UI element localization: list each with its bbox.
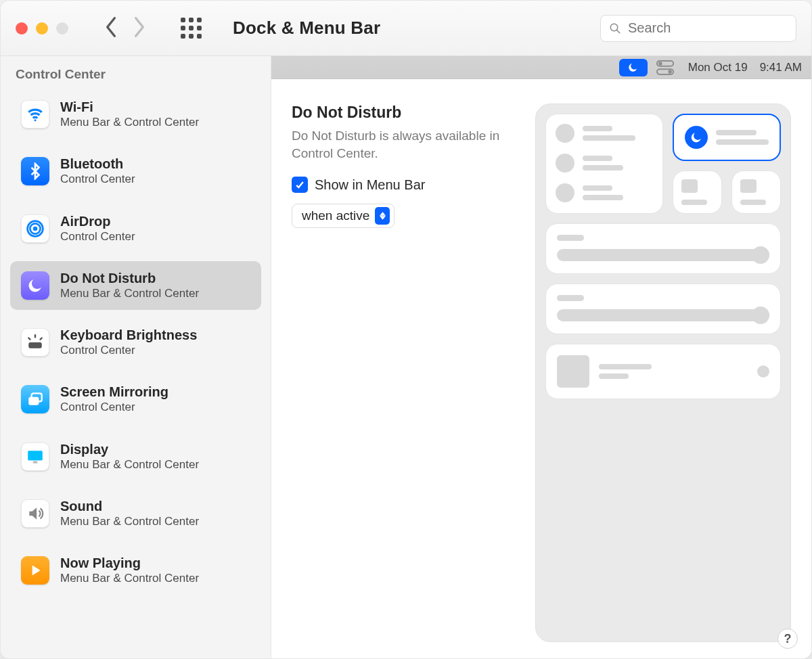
preview-display-slider-card <box>545 223 781 274</box>
menubar-control-center-icon <box>656 60 675 75</box>
sidebar-item-screen-mirroring[interactable]: Screen MirroringControl Center <box>10 375 261 424</box>
preview-small-card <box>673 171 722 214</box>
search-icon <box>609 22 621 35</box>
pane-heading: Do Not Disturb <box>292 104 535 122</box>
sidebar-item-wifi[interactable]: Wi-FiMenu Bar & Control Center <box>10 90 261 139</box>
preview-sound-slider-card <box>545 283 781 334</box>
svg-line-7 <box>28 338 30 340</box>
show-all-preferences-button[interactable] <box>181 18 202 39</box>
search-field[interactable] <box>600 15 796 42</box>
nav-arrows <box>104 16 147 41</box>
show-in-menu-bar-select[interactable]: when active <box>292 204 394 228</box>
menubar-date: Mon Oct 19 <box>688 61 748 74</box>
moon-icon <box>21 271 49 300</box>
content-pane: Mon Oct 19 9:41 AM Do Not Disturb Do Not… <box>271 56 811 658</box>
sidebar-section-label: Control Center <box>1 56 271 86</box>
pane-description: Do Not Disturb is always available in Co… <box>292 127 515 162</box>
select-value: when active <box>302 208 369 223</box>
svg-point-18 <box>668 70 672 74</box>
window-title: Dock & Menu Bar <box>233 18 380 39</box>
select-stepper-icon <box>375 207 390 225</box>
window-minimize-button[interactable] <box>36 22 48 35</box>
svg-line-1 <box>616 30 620 33</box>
help-button[interactable]: ? <box>777 629 798 649</box>
sidebar-item-display[interactable]: DisplayMenu Bar & Control Center <box>10 432 261 481</box>
sidebar-item-airdrop[interactable]: AirDropControl Center <box>10 204 261 253</box>
toolbar: Dock & Menu Bar <box>1 1 811 56</box>
svg-rect-11 <box>28 397 39 405</box>
sidebar-item-do-not-disturb[interactable]: Do Not DisturbMenu Bar & Control Center <box>10 261 261 310</box>
show-in-menu-bar-checkbox[interactable] <box>292 177 308 193</box>
window-traffic-lights <box>16 22 68 35</box>
moon-icon <box>685 126 708 149</box>
display-icon <box>21 442 49 471</box>
back-button[interactable] <box>104 16 118 41</box>
keyboard-brightness-icon <box>21 328 49 357</box>
svg-marker-14 <box>32 566 41 576</box>
wifi-icon <box>21 100 49 129</box>
svg-line-8 <box>41 338 42 340</box>
sidebar[interactable]: Control Center Wi-FiMenu Bar & Control C… <box>1 56 271 658</box>
svg-rect-13 <box>33 461 38 463</box>
window-close-button[interactable] <box>16 22 28 35</box>
svg-point-16 <box>658 62 662 66</box>
sidebar-item-sound[interactable]: SoundMenu Bar & Control Center <box>10 489 261 538</box>
window-zoom-button[interactable] <box>56 22 68 35</box>
svg-marker-19 <box>380 212 386 216</box>
sidebar-item-now-playing[interactable]: Now PlayingMenu Bar & Control Center <box>10 546 261 595</box>
control-center-preview <box>535 104 791 642</box>
sidebar-item-keyboard-brightness[interactable]: Keyboard BrightnessControl Center <box>10 318 261 367</box>
sidebar-item-bluetooth[interactable]: BluetoothControl Center <box>10 147 261 196</box>
show-in-menu-bar-label: Show in Menu Bar <box>315 177 425 193</box>
sound-icon <box>21 499 49 528</box>
svg-point-2 <box>34 119 36 121</box>
svg-rect-9 <box>28 342 42 348</box>
airdrop-icon <box>21 214 49 243</box>
preview-connectivity-card <box>545 114 663 214</box>
menubar-preview: Mon Oct 19 9:41 AM <box>271 56 811 79</box>
svg-point-3 <box>33 226 38 231</box>
svg-rect-12 <box>28 451 43 460</box>
preview-dnd-card <box>673 114 781 161</box>
menubar-time: 9:41 AM <box>760 61 802 74</box>
menubar-dnd-icon <box>619 59 648 76</box>
bluetooth-icon <box>21 157 49 185</box>
preview-now-playing-card <box>545 344 781 399</box>
forward-button[interactable] <box>132 16 147 41</box>
system-preferences-window: Dock & Menu Bar Control Center Wi-FiMenu… <box>0 0 812 659</box>
now-playing-icon <box>21 556 49 585</box>
preview-small-card <box>731 171 781 214</box>
search-input[interactable] <box>627 20 788 37</box>
screen-mirroring-icon <box>21 385 49 413</box>
svg-marker-20 <box>380 217 386 220</box>
